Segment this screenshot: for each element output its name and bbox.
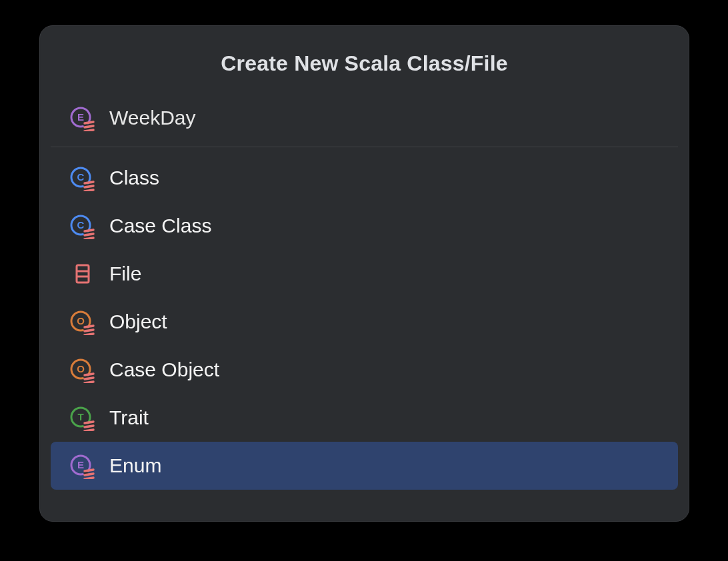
type-option-label: Case Object [109, 358, 219, 381]
enum-scala-icon: E [69, 452, 96, 479]
enum-scala-icon: E [69, 105, 96, 131]
svg-line-15 [85, 230, 93, 231]
svg-line-36 [85, 422, 93, 423]
type-option-label: Class [109, 167, 159, 189]
object-scala-icon: O [69, 356, 96, 383]
svg-line-5 [85, 130, 93, 131]
type-option-trait[interactable]: T Trait [51, 394, 678, 442]
svg-line-43 [85, 474, 93, 475]
dialog-title: Create New Scala Class/File [40, 26, 689, 95]
svg-line-38 [85, 430, 93, 431]
svg-line-32 [85, 382, 93, 383]
svg-text:E: E [77, 459, 84, 470]
type-option-case-class[interactable]: C Case Class [51, 202, 678, 250]
type-option-class[interactable]: C Class [51, 154, 678, 202]
svg-line-16 [85, 234, 93, 235]
svg-line-25 [85, 330, 93, 331]
svg-line-42 [85, 470, 93, 471]
type-option-label: Trait [109, 406, 149, 429]
type-option-label: Case Class [109, 215, 211, 237]
type-option-label: Object [109, 310, 167, 333]
object-scala-icon: O [69, 308, 96, 335]
svg-line-31 [85, 378, 93, 379]
svg-line-24 [85, 326, 93, 327]
svg-text:C: C [77, 171, 85, 183]
class-scala-icon: C [69, 165, 96, 191]
type-option-label: File [109, 263, 141, 285]
name-input[interactable] [109, 104, 659, 132]
svg-line-26 [85, 334, 93, 335]
svg-line-17 [85, 238, 93, 239]
create-scala-file-dialog: Create New Scala Class/File E C Class [39, 25, 689, 522]
type-option-object[interactable]: O Object [51, 298, 678, 346]
svg-text:O: O [77, 315, 85, 326]
type-option-label: Enum [109, 454, 161, 477]
name-row: E [40, 95, 689, 147]
svg-text:E: E [77, 111, 84, 123]
type-list: C Class C Case Class File O [40, 147, 689, 500]
svg-line-44 [85, 478, 93, 479]
svg-line-37 [85, 426, 93, 427]
svg-line-11 [85, 190, 93, 191]
type-option-file[interactable]: File [51, 250, 678, 298]
svg-text:C: C [77, 219, 85, 231]
svg-line-4 [85, 126, 93, 127]
svg-rect-18 [77, 265, 89, 282]
file-scala-icon [69, 261, 96, 287]
svg-line-30 [85, 374, 93, 375]
class-scala-icon: C [69, 213, 96, 239]
svg-text:O: O [77, 363, 85, 374]
svg-line-3 [85, 122, 93, 123]
svg-text:T: T [77, 411, 83, 422]
svg-line-9 [85, 182, 93, 183]
svg-line-10 [85, 186, 93, 187]
type-option-enum[interactable]: E Enum [51, 442, 678, 490]
trait-scala-icon: T [69, 404, 96, 431]
type-option-case-object[interactable]: O Case Object [51, 346, 678, 394]
